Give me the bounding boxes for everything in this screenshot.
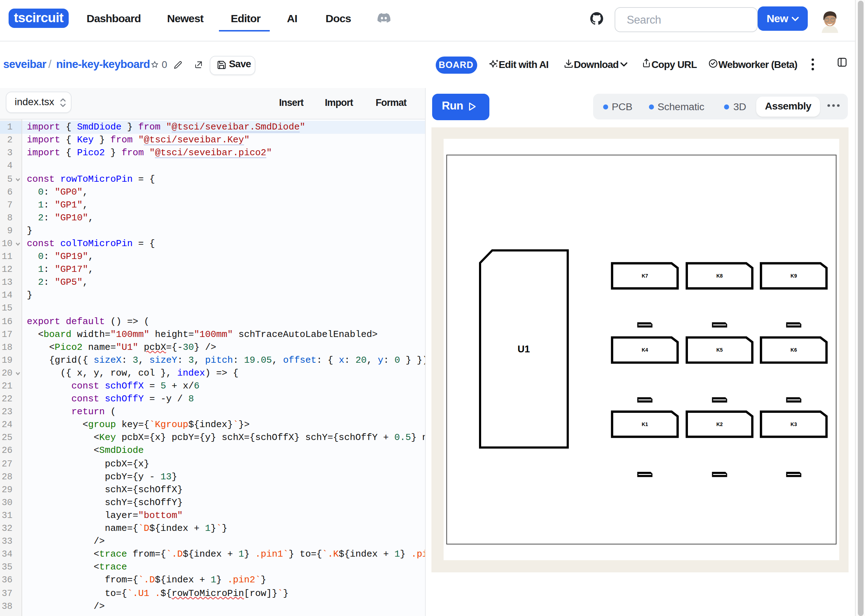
svg-text:K8: K8 bbox=[716, 273, 723, 279]
svg-text:K9: K9 bbox=[791, 273, 797, 279]
svg-text:K6: K6 bbox=[791, 347, 797, 353]
svg-text:K4: K4 bbox=[642, 347, 648, 353]
svg-text:U1: U1 bbox=[518, 344, 530, 355]
svg-text:K3: K3 bbox=[791, 421, 797, 427]
svg-text:K7: K7 bbox=[642, 273, 648, 279]
svg-text:K1: K1 bbox=[642, 421, 648, 427]
svg-text:K2: K2 bbox=[716, 421, 723, 427]
svg-text:K5: K5 bbox=[716, 347, 723, 353]
